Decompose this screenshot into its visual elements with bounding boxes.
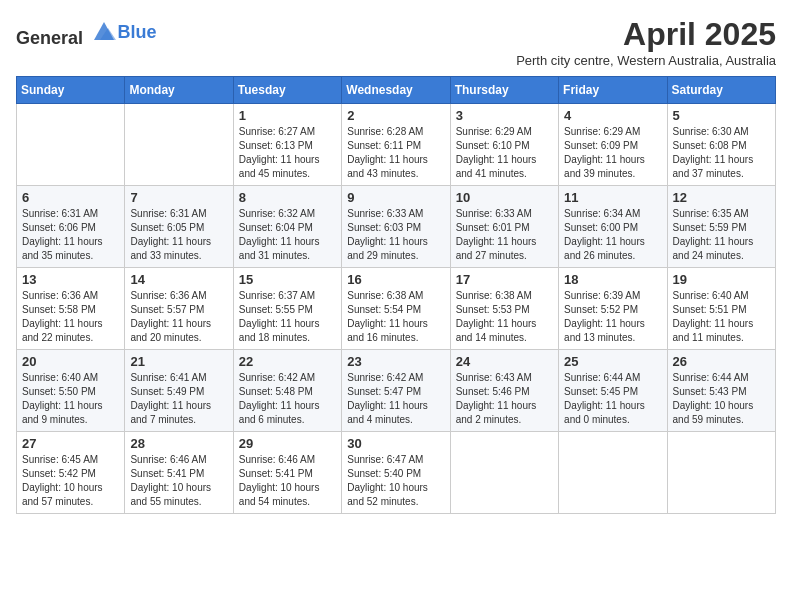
weekday-header-sunday: Sunday (17, 77, 125, 104)
calendar-week-4: 20Sunrise: 6:40 AM Sunset: 5:50 PM Dayli… (17, 350, 776, 432)
day-info: Sunrise: 6:42 AM Sunset: 5:47 PM Dayligh… (347, 371, 444, 427)
calendar-cell: 12Sunrise: 6:35 AM Sunset: 5:59 PM Dayli… (667, 186, 775, 268)
calendar-cell: 16Sunrise: 6:38 AM Sunset: 5:54 PM Dayli… (342, 268, 450, 350)
title-area: April 2025 Perth city centre, Western Au… (516, 16, 776, 68)
calendar-cell: 13Sunrise: 6:36 AM Sunset: 5:58 PM Dayli… (17, 268, 125, 350)
day-info: Sunrise: 6:44 AM Sunset: 5:43 PM Dayligh… (673, 371, 770, 427)
day-info: Sunrise: 6:35 AM Sunset: 5:59 PM Dayligh… (673, 207, 770, 263)
day-number: 10 (456, 190, 553, 205)
day-number: 17 (456, 272, 553, 287)
day-info: Sunrise: 6:33 AM Sunset: 6:01 PM Dayligh… (456, 207, 553, 263)
day-info: Sunrise: 6:38 AM Sunset: 5:54 PM Dayligh… (347, 289, 444, 345)
logo-icon (90, 16, 118, 44)
day-info: Sunrise: 6:46 AM Sunset: 5:41 PM Dayligh… (130, 453, 227, 509)
day-number: 1 (239, 108, 336, 123)
day-info: Sunrise: 6:40 AM Sunset: 5:51 PM Dayligh… (673, 289, 770, 345)
calendar-cell: 15Sunrise: 6:37 AM Sunset: 5:55 PM Dayli… (233, 268, 341, 350)
day-info: Sunrise: 6:33 AM Sunset: 6:03 PM Dayligh… (347, 207, 444, 263)
calendar-cell (450, 432, 558, 514)
day-info: Sunrise: 6:42 AM Sunset: 5:48 PM Dayligh… (239, 371, 336, 427)
day-number: 18 (564, 272, 661, 287)
calendar-cell: 8Sunrise: 6:32 AM Sunset: 6:04 PM Daylig… (233, 186, 341, 268)
day-info: Sunrise: 6:36 AM Sunset: 5:57 PM Dayligh… (130, 289, 227, 345)
day-info: Sunrise: 6:31 AM Sunset: 6:06 PM Dayligh… (22, 207, 119, 263)
weekday-header-wednesday: Wednesday (342, 77, 450, 104)
day-number: 7 (130, 190, 227, 205)
day-info: Sunrise: 6:45 AM Sunset: 5:42 PM Dayligh… (22, 453, 119, 509)
calendar-cell: 25Sunrise: 6:44 AM Sunset: 5:45 PM Dayli… (559, 350, 667, 432)
calendar: SundayMondayTuesdayWednesdayThursdayFrid… (16, 76, 776, 514)
day-number: 12 (673, 190, 770, 205)
calendar-cell (559, 432, 667, 514)
day-info: Sunrise: 6:29 AM Sunset: 6:09 PM Dayligh… (564, 125, 661, 181)
day-number: 30 (347, 436, 444, 451)
day-info: Sunrise: 6:28 AM Sunset: 6:11 PM Dayligh… (347, 125, 444, 181)
day-number: 15 (239, 272, 336, 287)
calendar-cell: 10Sunrise: 6:33 AM Sunset: 6:01 PM Dayli… (450, 186, 558, 268)
calendar-week-2: 6Sunrise: 6:31 AM Sunset: 6:06 PM Daylig… (17, 186, 776, 268)
calendar-week-3: 13Sunrise: 6:36 AM Sunset: 5:58 PM Dayli… (17, 268, 776, 350)
weekday-header-saturday: Saturday (667, 77, 775, 104)
day-info: Sunrise: 6:29 AM Sunset: 6:10 PM Dayligh… (456, 125, 553, 181)
calendar-cell: 9Sunrise: 6:33 AM Sunset: 6:03 PM Daylig… (342, 186, 450, 268)
day-info: Sunrise: 6:32 AM Sunset: 6:04 PM Dayligh… (239, 207, 336, 263)
day-number: 13 (22, 272, 119, 287)
day-number: 28 (130, 436, 227, 451)
day-number: 27 (22, 436, 119, 451)
day-number: 19 (673, 272, 770, 287)
weekday-header-row: SundayMondayTuesdayWednesdayThursdayFrid… (17, 77, 776, 104)
weekday-header-thursday: Thursday (450, 77, 558, 104)
calendar-cell: 1Sunrise: 6:27 AM Sunset: 6:13 PM Daylig… (233, 104, 341, 186)
calendar-cell: 27Sunrise: 6:45 AM Sunset: 5:42 PM Dayli… (17, 432, 125, 514)
day-number: 22 (239, 354, 336, 369)
calendar-cell: 6Sunrise: 6:31 AM Sunset: 6:06 PM Daylig… (17, 186, 125, 268)
day-number: 3 (456, 108, 553, 123)
calendar-cell: 5Sunrise: 6:30 AM Sunset: 6:08 PM Daylig… (667, 104, 775, 186)
header: General Blue April 2025 Perth city centr… (16, 16, 776, 68)
logo-blue: Blue (118, 22, 157, 42)
calendar-week-1: 1Sunrise: 6:27 AM Sunset: 6:13 PM Daylig… (17, 104, 776, 186)
day-number: 16 (347, 272, 444, 287)
day-number: 9 (347, 190, 444, 205)
calendar-cell (125, 104, 233, 186)
calendar-cell: 2Sunrise: 6:28 AM Sunset: 6:11 PM Daylig… (342, 104, 450, 186)
day-number: 21 (130, 354, 227, 369)
day-number: 2 (347, 108, 444, 123)
calendar-cell: 21Sunrise: 6:41 AM Sunset: 5:49 PM Dayli… (125, 350, 233, 432)
calendar-cell: 30Sunrise: 6:47 AM Sunset: 5:40 PM Dayli… (342, 432, 450, 514)
day-info: Sunrise: 6:39 AM Sunset: 5:52 PM Dayligh… (564, 289, 661, 345)
month-title: April 2025 (516, 16, 776, 53)
day-number: 26 (673, 354, 770, 369)
day-info: Sunrise: 6:46 AM Sunset: 5:41 PM Dayligh… (239, 453, 336, 509)
calendar-week-5: 27Sunrise: 6:45 AM Sunset: 5:42 PM Dayli… (17, 432, 776, 514)
day-info: Sunrise: 6:47 AM Sunset: 5:40 PM Dayligh… (347, 453, 444, 509)
weekday-header-tuesday: Tuesday (233, 77, 341, 104)
logo-general: General (16, 28, 83, 48)
day-number: 29 (239, 436, 336, 451)
day-info: Sunrise: 6:38 AM Sunset: 5:53 PM Dayligh… (456, 289, 553, 345)
day-info: Sunrise: 6:44 AM Sunset: 5:45 PM Dayligh… (564, 371, 661, 427)
day-number: 20 (22, 354, 119, 369)
logo: General Blue (16, 16, 157, 49)
calendar-cell (667, 432, 775, 514)
calendar-cell: 18Sunrise: 6:39 AM Sunset: 5:52 PM Dayli… (559, 268, 667, 350)
calendar-cell: 19Sunrise: 6:40 AM Sunset: 5:51 PM Dayli… (667, 268, 775, 350)
weekday-header-monday: Monday (125, 77, 233, 104)
calendar-cell: 7Sunrise: 6:31 AM Sunset: 6:05 PM Daylig… (125, 186, 233, 268)
day-info: Sunrise: 6:41 AM Sunset: 5:49 PM Dayligh… (130, 371, 227, 427)
day-number: 25 (564, 354, 661, 369)
weekday-header-friday: Friday (559, 77, 667, 104)
calendar-cell: 29Sunrise: 6:46 AM Sunset: 5:41 PM Dayli… (233, 432, 341, 514)
day-number: 11 (564, 190, 661, 205)
calendar-cell: 3Sunrise: 6:29 AM Sunset: 6:10 PM Daylig… (450, 104, 558, 186)
day-number: 4 (564, 108, 661, 123)
day-number: 6 (22, 190, 119, 205)
calendar-cell: 23Sunrise: 6:42 AM Sunset: 5:47 PM Dayli… (342, 350, 450, 432)
day-number: 23 (347, 354, 444, 369)
day-number: 8 (239, 190, 336, 205)
calendar-cell: 4Sunrise: 6:29 AM Sunset: 6:09 PM Daylig… (559, 104, 667, 186)
calendar-cell: 20Sunrise: 6:40 AM Sunset: 5:50 PM Dayli… (17, 350, 125, 432)
day-info: Sunrise: 6:34 AM Sunset: 6:00 PM Dayligh… (564, 207, 661, 263)
day-number: 24 (456, 354, 553, 369)
subtitle: Perth city centre, Western Australia, Au… (516, 53, 776, 68)
